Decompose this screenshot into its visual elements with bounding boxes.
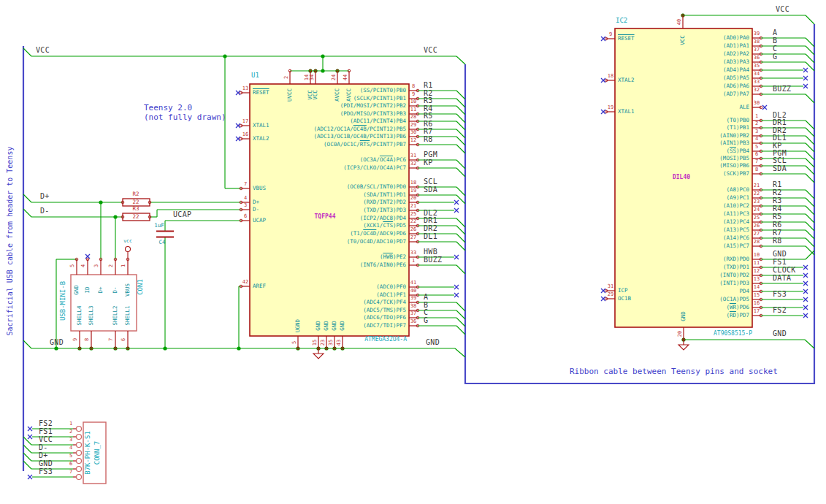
wire [23, 194, 31, 202]
pin-number: 29 [608, 292, 613, 297]
pin-name: (XCK1/CTS)PD5 [363, 223, 406, 229]
pin-name: (A15)PC7 [723, 243, 749, 249]
pin-name: (ADC13/OC1B/OC4B/PCINT13)PB6 [314, 134, 406, 140]
pin-number: 3 [69, 438, 72, 443]
connector-reference: CONN_7 [94, 441, 101, 465]
pin-name: (TXD)PD1 [723, 264, 749, 270]
pin-name: (TXD/INT3)PD3 [363, 207, 406, 213]
note-teensy-line2: (not fully drawn) [144, 112, 226, 122]
net-label-r8: R8 [424, 136, 433, 143]
net-label-vcc: VCC [424, 47, 437, 54]
net-label-data: DATA [773, 275, 791, 282]
wire [806, 128, 814, 137]
pin-name: (OC1A)PD5 [719, 297, 749, 302]
pin-number: 22 [754, 191, 760, 196]
pin-number: 7 [69, 470, 72, 475]
wire [456, 195, 465, 204]
net-label-gnd: GND [773, 330, 787, 337]
junction-dot [54, 346, 58, 350]
wire [806, 230, 814, 239]
pin-number: 29 [410, 123, 416, 128]
pin-name: (MISO)PB6 [719, 163, 749, 169]
pin-name: XTAL1 [618, 109, 635, 115]
pin-name: (AD6)PA6 [723, 83, 749, 89]
pin-name: (WR)PD6 [726, 305, 749, 310]
pin-number: 32 [410, 161, 416, 167]
pin-number: 3 [94, 264, 99, 267]
net-label-fs3: FS3 [39, 468, 53, 476]
pin-number: 19 [608, 105, 613, 110]
pin-name: (SCLK/PCINT1)PB1 [353, 96, 406, 102]
pin-number: 15 [313, 340, 318, 345]
pin-name: ALE [739, 104, 749, 110]
ic-reference: U1 [251, 72, 259, 79]
net-label-r8: R8 [773, 237, 782, 245]
junction-dot [223, 54, 226, 58]
pin-name: (ADC5/TMS)PF5 [363, 308, 406, 313]
pin-number: 5 [292, 341, 297, 344]
pin-number: 5 [70, 264, 75, 267]
pin-number: 35 [329, 340, 334, 345]
pin-number: 2 [755, 121, 758, 126]
net-label-ucap: UCAP [173, 211, 191, 218]
pin-number: 21 [754, 183, 760, 188]
wire [806, 94, 814, 103]
pin-name: (PDI/MOSI/PCINT2)PB2 [340, 103, 406, 109]
net-label-b: B [773, 37, 777, 45]
pin-number: 31 [410, 153, 416, 159]
connector-pin-circle [77, 427, 82, 432]
pin-name: GND [316, 321, 321, 331]
connector-value: USB-MINI-B [60, 281, 66, 321]
pin-name: (AD3)PA3 [723, 59, 749, 65]
net-label-r4: R4 [773, 205, 782, 213]
pin-name: (INT1)PD3 [719, 280, 749, 286]
pin-name: UCAP [253, 218, 266, 224]
pin-number: 5 [69, 454, 72, 459]
wire [806, 222, 814, 231]
resistor-value: 22 [132, 199, 139, 205]
wire [456, 106, 465, 115]
pin-number: 23 [321, 340, 326, 345]
pin-name: AREF [253, 283, 266, 289]
wire [456, 168, 465, 177]
pin-name: AVCC [334, 88, 340, 102]
ic-package: TQFP44 [315, 214, 336, 220]
wire [456, 160, 465, 169]
wire [806, 62, 814, 71]
pin-name: GND [681, 311, 687, 321]
pin-number: 39 [754, 31, 760, 37]
pin-name: D+ [98, 286, 104, 293]
pin-name: VCC [680, 35, 686, 45]
wire [806, 206, 814, 215]
connector-pin-circle [77, 443, 82, 448]
pin-number: 16 [754, 301, 760, 306]
wire [23, 437, 31, 445]
wire [456, 218, 465, 227]
pin-number: 39 [410, 296, 416, 301]
pin-number: 14 [754, 285, 760, 290]
pin-number: 8 [85, 338, 90, 341]
note-ribbon-cable: Ribbon cable between Teensy pins and soc… [570, 367, 778, 376]
pin-number: 35 [754, 64, 760, 69]
pin-name: D- [112, 286, 118, 293]
wire [806, 166, 814, 175]
pin-number: 1 [121, 264, 126, 267]
pin-number: 16 [242, 132, 248, 137]
pin-number: 11 [410, 107, 416, 112]
pin-number: 20 [410, 196, 416, 201]
wire [456, 187, 465, 196]
pin-number: 6 [244, 214, 247, 219]
wire [456, 99, 465, 107]
wire [456, 326, 465, 335]
net-label-dplus: D+ [40, 193, 50, 200]
pin-name: (ICP2/ADC8)PD4 [360, 215, 406, 221]
pin-name: RESET [253, 90, 269, 96]
gnd-symbol [313, 354, 324, 359]
pin-name: SHELL2 [112, 305, 118, 325]
pin-name: (T0/OC4D/ADC10)PD7 [347, 239, 406, 245]
pin-name: (SDA/INT1)PD1 [363, 192, 406, 198]
pin-number: 19 [410, 188, 416, 194]
pin-name: UVCC [287, 88, 293, 102]
pin-name: SHELL3 [88, 305, 94, 325]
net-label-r1: R1 [424, 82, 433, 89]
